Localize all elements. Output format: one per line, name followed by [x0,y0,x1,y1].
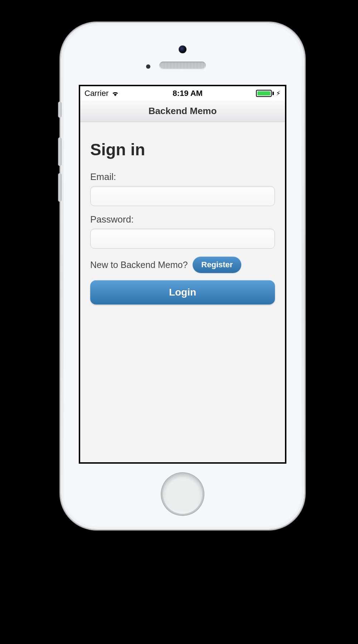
volume-down-button [58,173,62,202]
carrier-label: Carrier [84,89,108,98]
title-bar: Backend Memo [80,101,285,122]
login-button[interactable]: Login [90,280,275,304]
mute-switch [58,102,62,118]
page-heading: Sign in [90,140,275,159]
charging-icon: ⚡︎ [276,89,281,97]
wifi-icon [111,89,119,97]
register-prompt: New to Backend Memo? [90,260,188,270]
status-time: 8:19 AM [173,89,203,98]
volume-up-button [58,137,62,166]
screen: Carrier 8:19 AM ⚡︎ [79,85,286,464]
phone-frame: Carrier 8:19 AM ⚡︎ [61,23,304,529]
register-button[interactable]: Register [193,257,241,273]
signin-content: Sign in Email: Password: New to Backend … [80,122,285,304]
password-input[interactable] [90,229,275,249]
phone-inner: Carrier 8:19 AM ⚡︎ [64,26,301,526]
device-mockup: Carrier 8:19 AM ⚡︎ [21,0,337,601]
password-label: Password: [90,214,275,225]
front-camera [179,45,187,53]
app-title: Backend Memo [149,106,217,117]
earpiece-speaker [159,62,206,69]
email-label: Email: [90,171,275,182]
register-row: New to Backend Memo? Register [90,257,275,273]
status-right: ⚡︎ [256,89,281,97]
proximity-sensor [146,64,150,69]
status-bar: Carrier 8:19 AM ⚡︎ [80,86,285,101]
home-button[interactable] [163,474,202,514]
status-left: Carrier [84,89,119,98]
email-input[interactable] [90,186,275,206]
battery-icon [256,90,274,97]
